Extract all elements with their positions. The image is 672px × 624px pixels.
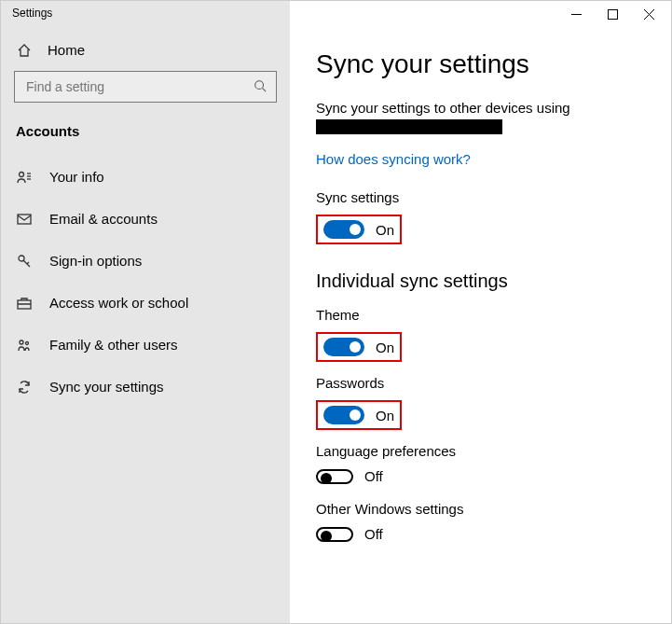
theme-label: Theme	[316, 307, 645, 323]
window-controls	[290, 1, 671, 29]
highlight-theme: On	[316, 332, 402, 362]
sidebar: Settings Home Accounts Your info	[1, 1, 290, 623]
sidebar-item-label: Access work or school	[49, 295, 188, 311]
other-toggle[interactable]	[316, 527, 353, 542]
language-toggle[interactable]	[316, 469, 353, 484]
maximize-button[interactable]	[608, 7, 618, 22]
syncing-help-link[interactable]: How does syncing work?	[316, 151, 471, 167]
sidebar-item-label: Family & other users	[49, 337, 178, 353]
sidebar-item-label: Email & accounts	[49, 211, 158, 227]
sync-icon	[16, 380, 33, 395]
highlight-passwords: On	[316, 400, 402, 430]
search-input[interactable]	[14, 71, 277, 103]
content-pane: Sync your settings Sync your settings to…	[290, 1, 671, 623]
nav-home-label: Home	[48, 42, 85, 58]
svg-point-10	[26, 341, 29, 344]
section-label: Accounts	[1, 112, 290, 156]
sidebar-item-signin[interactable]: Sign-in options	[1, 240, 290, 282]
page-description: Sync your settings to other devices usin…	[316, 100, 645, 116]
sidebar-item-sync[interactable]: Sync your settings	[1, 366, 290, 408]
passwords-label: Passwords	[316, 375, 645, 391]
sidebar-item-label: Sync your settings	[49, 379, 164, 395]
window-title: Settings	[1, 1, 290, 33]
key-icon	[16, 254, 33, 269]
highlight-sync-settings: On	[316, 215, 402, 244]
svg-point-2	[20, 172, 24, 176]
page-title: Sync your settings	[316, 49, 645, 79]
svg-point-9	[20, 340, 23, 344]
search-field[interactable]	[24, 78, 254, 95]
sync-settings-toggle[interactable]	[323, 220, 364, 239]
passwords-toggle[interactable]	[323, 406, 364, 424]
nav-home[interactable]: Home	[1, 33, 290, 67]
close-button[interactable]	[644, 7, 654, 22]
theme-state: On	[376, 340, 394, 355]
sidebar-item-work[interactable]: Access work or school	[1, 282, 290, 324]
theme-toggle[interactable]	[323, 338, 364, 356]
svg-rect-12	[609, 10, 618, 20]
svg-rect-6	[18, 215, 31, 224]
other-state: Off	[364, 526, 383, 542]
sidebar-item-email[interactable]: Email & accounts	[1, 198, 290, 240]
family-icon	[16, 338, 33, 353]
user-info-icon	[16, 170, 33, 185]
home-icon	[16, 43, 33, 58]
other-label: Other Windows settings	[316, 501, 645, 517]
sidebar-item-label: Your info	[49, 169, 104, 185]
sidebar-item-label: Sign-in options	[49, 253, 142, 269]
minimize-button[interactable]	[571, 7, 582, 22]
briefcase-icon	[16, 296, 33, 311]
language-state: Off	[364, 468, 383, 484]
sync-settings-state: On	[376, 222, 394, 238]
sidebar-item-your-info[interactable]: Your info	[1, 156, 290, 198]
sync-settings-label: Sync settings	[316, 189, 645, 205]
passwords-state: On	[376, 408, 394, 423]
individual-heading: Individual sync settings	[316, 270, 645, 292]
search-icon	[254, 79, 267, 95]
svg-line-1	[263, 88, 267, 91]
svg-point-0	[255, 80, 264, 89]
language-label: Language preferences	[316, 443, 645, 459]
mail-icon	[16, 212, 33, 227]
redacted-account	[316, 119, 502, 134]
sidebar-item-family[interactable]: Family & other users	[1, 324, 290, 366]
